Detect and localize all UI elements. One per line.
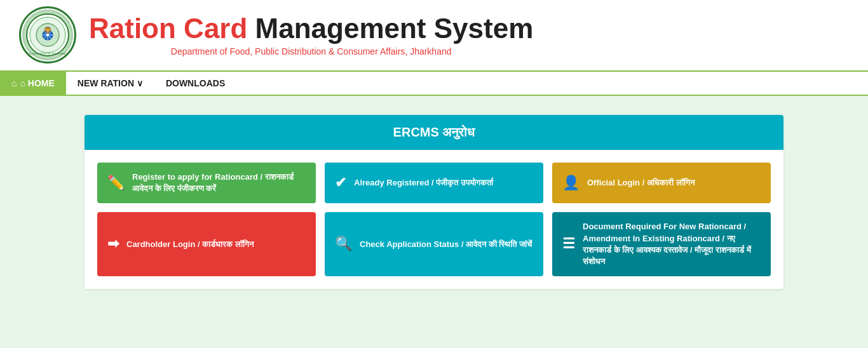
document-required-label: Document Required For New Rationcard / A… [583, 221, 761, 267]
official-login-button[interactable]: 👤 Official Login / अधिकारी लॉगिन [552, 163, 771, 203]
header: 🦁 GOVERNMENT OF JHARKHAND Ration Card Ma… [0, 0, 868, 70]
document-required-icon: ☰ [562, 234, 575, 254]
nav-new-ration-label: NEW RATION ∨ [78, 78, 143, 88]
check-status-button[interactable]: 🔍 Check Application Status / आवेदन की स्… [325, 212, 543, 276]
main-content: ERCMS अनुरोध ✏️ Register to apply for Ra… [0, 96, 868, 348]
header-subtitle: Department of Food, Public Distribution … [89, 46, 533, 57]
check-status-icon: 🔍 [335, 234, 352, 254]
official-login-label: Official Login / अधिकारी लॉगिन [587, 177, 761, 189]
header-text: Ration Card Management System Department… [89, 13, 533, 57]
ercms-body: ✏️ Register to apply for Rationcard / रा… [85, 150, 783, 289]
nav-downloads[interactable]: DOWNLOADS [154, 72, 236, 95]
ercms-card: ERCMS अनुरोध ✏️ Register to apply for Ra… [85, 115, 783, 289]
svg-text:🦁: 🦁 [44, 26, 52, 34]
already-registered-button[interactable]: ✔ Already Registered / पंजीकृत उपयोगकर्त… [325, 163, 543, 203]
register-icon: ✏️ [107, 173, 125, 193]
register-label: Register to apply for Rationcard / राशनक… [132, 171, 306, 194]
already-registered-icon: ✔ [335, 173, 346, 193]
nav-home-label: ⌂ HOME [20, 78, 54, 88]
svg-text:GOVERNMENT OF JHARKHAND: GOVERNMENT OF JHARKHAND [29, 52, 67, 55]
page-title: Ration Card Management System [89, 13, 533, 44]
check-status-label: Check Application Status / आवेदन की स्थि… [360, 239, 533, 250]
cardholder-login-icon: ➡ [107, 234, 119, 254]
ercms-header: ERCMS अनुरोध [85, 115, 783, 150]
already-registered-label: Already Registered / पंजीकृत उपयोगकर्ता [354, 177, 533, 189]
title-black: Management System [247, 13, 533, 44]
nav-downloads-label: DOWNLOADS [166, 78, 225, 88]
cardholder-login-button[interactable]: ➡ Cardholder Login / कार्डधारक लॉगिन [97, 212, 316, 276]
official-login-icon: 👤 [562, 173, 580, 193]
nav-home[interactable]: ⌂ ⌂ HOME [0, 72, 66, 95]
logo-emblem: 🦁 GOVERNMENT OF JHARKHAND [22, 10, 73, 60]
register-button[interactable]: ✏️ Register to apply for Rationcard / रा… [97, 163, 316, 203]
navbar: ⌂ ⌂ HOME NEW RATION ∨ DOWNLOADS [0, 70, 868, 96]
nav-new-ration[interactable]: NEW RATION ∨ [66, 72, 154, 95]
logo: 🦁 GOVERNMENT OF JHARKHAND [19, 6, 76, 64]
home-icon: ⌂ [11, 78, 17, 88]
title-red: Ration Card [89, 13, 247, 44]
cardholder-login-label: Cardholder Login / कार्डधारक लॉगिन [126, 239, 306, 250]
document-required-button[interactable]: ☰ Document Required For New Rationcard /… [552, 212, 771, 276]
